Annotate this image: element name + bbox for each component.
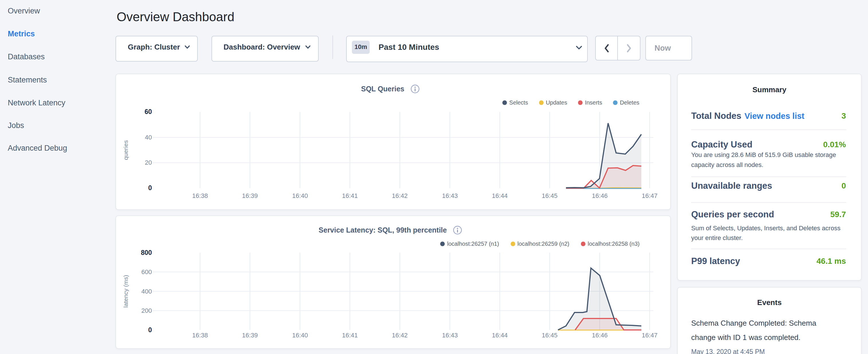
svg-text:queries: queries xyxy=(122,140,129,160)
svg-text:16:41: 16:41 xyxy=(342,192,358,199)
svg-text:16:41: 16:41 xyxy=(342,332,358,339)
svg-text:16:47: 16:47 xyxy=(642,332,657,339)
svg-text:0: 0 xyxy=(148,184,152,192)
svg-text:16:39: 16:39 xyxy=(242,332,258,339)
svg-text:16:43: 16:43 xyxy=(442,192,458,199)
svg-text:16:39: 16:39 xyxy=(242,192,258,199)
svg-text:16:40: 16:40 xyxy=(292,192,308,199)
svg-text:16:42: 16:42 xyxy=(392,332,407,339)
svg-text:0: 0 xyxy=(148,326,152,334)
svg-text:16:44: 16:44 xyxy=(492,332,507,339)
svg-text:20: 20 xyxy=(145,159,152,166)
svg-text:16:42: 16:42 xyxy=(392,192,407,199)
svg-text:40: 40 xyxy=(145,134,152,141)
svg-text:16:45: 16:45 xyxy=(541,332,557,339)
svg-text:16:46: 16:46 xyxy=(592,192,608,199)
svg-text:600: 600 xyxy=(141,268,152,276)
svg-text:16:38: 16:38 xyxy=(192,332,208,339)
svg-text:60: 60 xyxy=(145,108,152,116)
svg-text:16:43: 16:43 xyxy=(442,332,458,339)
svg-text:16:40: 16:40 xyxy=(292,332,308,339)
svg-text:16:47: 16:47 xyxy=(642,192,657,199)
svg-text:16:45: 16:45 xyxy=(541,192,557,199)
svg-text:16:46: 16:46 xyxy=(592,332,608,339)
svg-text:800: 800 xyxy=(141,249,152,256)
svg-text:latency (ms): latency (ms) xyxy=(122,275,129,308)
svg-text:16:38: 16:38 xyxy=(192,192,208,199)
svg-text:200: 200 xyxy=(141,307,152,314)
svg-text:16:44: 16:44 xyxy=(492,192,507,199)
svg-text:400: 400 xyxy=(141,288,152,295)
